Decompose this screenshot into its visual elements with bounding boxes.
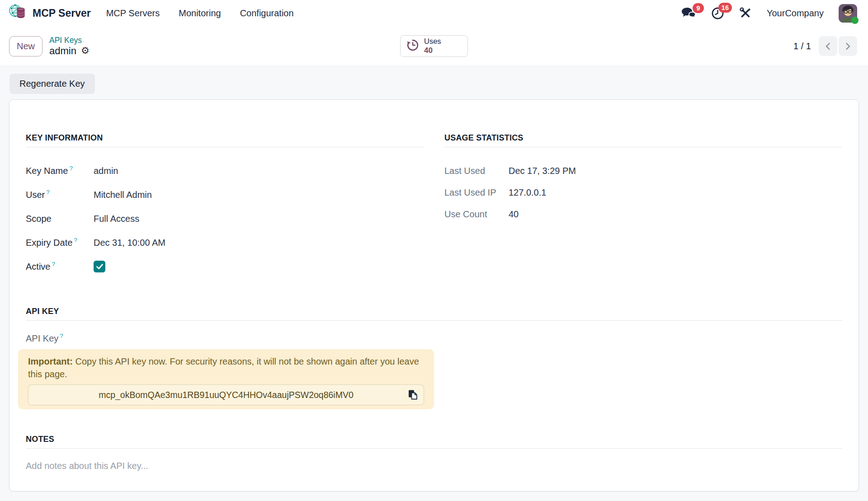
field-label: Scope [26, 212, 94, 225]
app-brand[interactable]: MCP Server [8, 3, 91, 23]
field-label: Use Count [444, 208, 509, 220]
last-used-ip-value: 127.0.0.1 [509, 186, 546, 199]
app-name[interactable]: MCP Server [33, 7, 91, 19]
api-key-value: mcp_okBomQAe3mu1RB91uuQYC4HHOv4aaujPSW2o… [99, 389, 354, 402]
field-label: Key Name? [26, 164, 94, 177]
api-key-section: API KEY API Key? Important: Copy this AP… [26, 307, 842, 409]
menu-mcp-servers[interactable]: MCP Servers [106, 8, 160, 19]
app-logo-icon[interactable] [8, 3, 27, 23]
help-icon: ? [69, 165, 73, 172]
menu-monitoring[interactable]: Monitoring [179, 8, 221, 19]
breadcrumb: API Keys admin ⚙ [49, 36, 90, 56]
key-information-title: KEY INFORMATION [26, 133, 424, 147]
api-key-warning-alert: Important: Copy this API key now. For se… [18, 349, 434, 410]
field-label: Active? [26, 260, 94, 273]
scope-value[interactable]: Full Access [94, 212, 139, 225]
pager-next-button[interactable] [839, 36, 857, 56]
form-sheet: KEY INFORMATION Key Name? admin User? Mi… [9, 99, 859, 492]
top-navbar: MCP Server MCP Servers Monitoring Config… [0, 0, 868, 26]
notes-input[interactable] [26, 461, 842, 492]
field-use-count: Use Count 40 [444, 208, 842, 220]
field-label: Last Used [444, 164, 509, 177]
field-expiry-date: Expiry Date? Dec 31, 10:00 AM [26, 236, 424, 249]
settings-gear-icon[interactable]: ⚙ [81, 46, 90, 56]
new-button[interactable]: New [9, 36, 42, 56]
activities-badge: 16 [718, 3, 732, 13]
chevron-left-icon [824, 42, 832, 51]
menu-configuration[interactable]: Configuration [240, 8, 294, 19]
active-checkbox[interactable] [94, 261, 105, 272]
messages-badge: 9 [693, 3, 704, 13]
uses-stat-button[interactable]: Uses 40 [400, 35, 468, 57]
user-avatar[interactable] [839, 4, 857, 23]
pager: 1 / 1 [793, 36, 857, 56]
main-menu: MCP Servers Monitoring Configuration [106, 8, 294, 19]
regenerate-key-button[interactable]: Regenerate Key [9, 74, 95, 94]
activities-icon[interactable]: 16 [711, 7, 724, 20]
field-label: Expiry Date? [26, 236, 94, 249]
company-switcher[interactable]: YourCompany [767, 8, 824, 19]
chevron-right-icon [844, 42, 852, 51]
field-last-used-ip: Last Used IP 127.0.0.1 [444, 186, 842, 199]
debug-tools-icon[interactable] [739, 7, 752, 19]
field-key-name: Key Name? admin [26, 164, 424, 177]
field-scope: Scope Full Access [26, 212, 424, 225]
stat-button-label: Uses [424, 37, 441, 46]
field-active: Active? [26, 260, 424, 273]
stat-button-value: 40 [424, 46, 433, 55]
api-key-value-box: mcp_okBomQAe3mu1RB91uuQYC4HHOv4aaujPSW2o… [28, 384, 424, 405]
pager-previous-button[interactable] [819, 36, 837, 56]
control-panel: New API Keys admin ⚙ Uses 40 1 / 1 [0, 26, 868, 66]
user-value[interactable]: Mitchell Admin [94, 188, 152, 201]
expiry-date-value[interactable]: Dec 31, 10:00 AM [94, 236, 165, 249]
field-label: Last Used IP [444, 186, 509, 199]
api-key-field-label: API Key? [26, 332, 842, 344]
breadcrumb-current-record: admin [49, 46, 76, 56]
use-count-value: 40 [509, 208, 519, 220]
field-label: User? [26, 188, 94, 201]
usage-statistics-title: USAGE STATISTICS [444, 133, 842, 147]
help-icon: ? [52, 261, 55, 267]
copy-api-key-button[interactable] [405, 387, 420, 403]
field-user: User? Mitchell Admin [26, 188, 424, 201]
usage-statistics-group: USAGE STATISTICS Last Used Dec 17, 3:29 … [444, 133, 842, 284]
help-icon: ? [60, 332, 63, 339]
copy-icon [407, 389, 419, 401]
api-key-title: API KEY [26, 307, 842, 321]
help-icon: ? [74, 237, 77, 243]
pager-value[interactable]: 1 / 1 [793, 41, 811, 52]
content-area: Regenerate Key KEY INFORMATION Key Name?… [0, 67, 868, 501]
warning-text: Important: Copy this API key now. For se… [28, 355, 424, 381]
systray: 9 16 YourCompany [681, 4, 857, 23]
help-icon: ? [46, 189, 50, 196]
messages-icon[interactable]: 9 [681, 7, 696, 19]
key-name-value[interactable]: admin [94, 164, 118, 177]
key-information-group: KEY INFORMATION Key Name? admin User? Mi… [26, 133, 424, 284]
history-icon [406, 39, 419, 54]
last-used-value: Dec 17, 3:29 PM [509, 164, 576, 177]
breadcrumb-api-keys-link[interactable]: API Keys [49, 36, 90, 44]
check-icon [96, 263, 104, 270]
online-status-dot [851, 17, 859, 24]
notes-title: NOTES [26, 435, 842, 449]
field-last-used: Last Used Dec 17, 3:29 PM [444, 164, 842, 177]
notes-section: NOTES [26, 435, 842, 492]
